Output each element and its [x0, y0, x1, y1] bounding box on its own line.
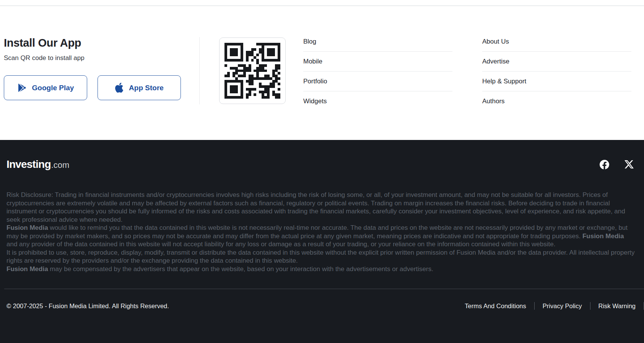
- page-footer: Install Our App Scan QR code to install …: [0, 0, 644, 343]
- footer-link-authors[interactable]: Authors: [482, 91, 631, 111]
- vertical-divider: [199, 37, 200, 104]
- x-twitter-icon[interactable]: [624, 160, 634, 169]
- disclosure-paragraph-2: Fusion Media would like to remind you th…: [7, 224, 635, 249]
- terms-and-conditions-link[interactable]: Terms And Conditions: [457, 302, 534, 310]
- apple-icon: [115, 83, 124, 93]
- footer-link-advertise[interactable]: Advertise: [482, 52, 631, 72]
- copyright-text: © 2007-2025 - Fusion Media Limited. All …: [7, 302, 169, 310]
- app-store-label: App Store: [129, 84, 164, 92]
- qr-code: [224, 43, 280, 99]
- top-divider: [0, 5, 644, 6]
- disclosure-paragraph-1: Risk Disclosure: Trading in financial in…: [7, 191, 635, 224]
- dark-footer: Investing.com Risk Disclosure: Trading i…: [0, 140, 644, 343]
- install-app-subtitle: Scan QR code to install app: [4, 54, 181, 62]
- install-app-section: Install Our App Scan QR code to install …: [0, 5, 644, 140]
- footer-links-column-1: Blog Mobile Portfolio Widgets: [303, 37, 452, 111]
- logo-brand-text: Investing: [7, 158, 51, 171]
- risk-disclosure: Risk Disclosure: Trading in financial in…: [7, 191, 635, 273]
- google-play-button[interactable]: Google Play: [4, 75, 87, 100]
- facebook-icon[interactable]: [600, 160, 609, 169]
- disclosure-paragraph-4: Fusion Media may be compensated by the a…: [7, 265, 635, 273]
- footer-links-column-2: About Us Advertise Help & Support Author…: [482, 37, 631, 111]
- google-play-icon: [17, 83, 27, 93]
- footer-link-about-us[interactable]: About Us: [482, 37, 631, 52]
- footer-link-blog[interactable]: Blog: [303, 37, 452, 52]
- footer-link-portfolio[interactable]: Portfolio: [303, 72, 452, 91]
- install-app-title: Install Our App: [4, 36, 181, 49]
- install-app-block: Install Our App Scan QR code to install …: [4, 36, 181, 100]
- footer-link-widgets[interactable]: Widgets: [303, 91, 452, 111]
- google-play-label: Google Play: [32, 84, 74, 92]
- footer-link-mobile[interactable]: Mobile: [303, 52, 452, 72]
- app-store-button[interactable]: App Store: [98, 75, 181, 100]
- disclosure-paragraph-3: It is prohibited to use, store, reproduc…: [7, 249, 635, 265]
- qr-code-box: [219, 37, 286, 104]
- logo-tld-text: .com: [51, 160, 70, 170]
- investing-logo[interactable]: Investing.com: [7, 158, 69, 171]
- risk-warning-link[interactable]: Risk Warning: [590, 302, 644, 310]
- legal-links: Terms And Conditions Privacy Policy Risk…: [457, 302, 644, 310]
- privacy-policy-link[interactable]: Privacy Policy: [535, 302, 590, 310]
- footer-link-help-support[interactable]: Help & Support: [482, 72, 631, 91]
